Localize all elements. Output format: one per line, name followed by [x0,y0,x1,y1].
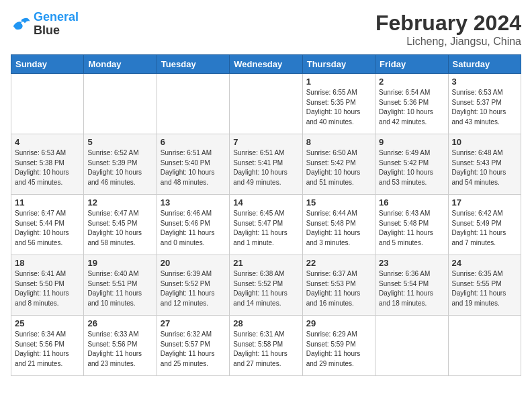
calendar-cell: 7Sunrise: 6:51 AM Sunset: 5:41 PM Daylig… [230,134,302,195]
calendar-cell [157,74,229,134]
day-info: Sunrise: 6:42 AM Sunset: 5:49 PM Dayligh… [452,209,517,248]
day-number: 26 [87,318,152,328]
day-number: 25 [15,318,80,328]
day-info: Sunrise: 6:29 AM Sunset: 5:59 PM Dayligh… [306,330,371,369]
day-info: Sunrise: 6:43 AM Sunset: 5:48 PM Dayligh… [379,209,444,248]
logo: GeneralBlue [11,11,79,38]
calendar-cell: 29Sunrise: 6:29 AM Sunset: 5:59 PM Dayli… [302,316,375,376]
calendar-cell: 24Sunrise: 6:35 AM Sunset: 5:55 PM Dayli… [448,255,521,316]
calendar-week-row: 18Sunrise: 6:41 AM Sunset: 5:50 PM Dayli… [11,255,521,316]
weekday-header-monday: Monday [84,55,157,74]
day-number: 12 [87,197,152,208]
day-number: 17 [452,197,517,208]
calendar-cell: 18Sunrise: 6:41 AM Sunset: 5:50 PM Dayli… [11,255,84,316]
day-number: 22 [306,258,371,268]
calendar-cell: 21Sunrise: 6:38 AM Sunset: 5:52 PM Dayli… [230,255,302,316]
day-info: Sunrise: 6:36 AM Sunset: 5:54 PM Dayligh… [379,269,444,308]
logo-text: GeneralBlue [34,11,79,38]
day-number: 3 [452,77,517,87]
day-info: Sunrise: 6:54 AM Sunset: 5:36 PM Dayligh… [379,88,444,127]
calendar-cell: 8Sunrise: 6:50 AM Sunset: 5:42 PM Daylig… [302,134,375,195]
day-info: Sunrise: 6:50 AM Sunset: 5:42 PM Dayligh… [306,148,371,187]
day-info: Sunrise: 6:51 AM Sunset: 5:41 PM Dayligh… [233,148,298,187]
calendar-cell: 15Sunrise: 6:44 AM Sunset: 5:48 PM Dayli… [302,195,375,255]
location-title: Licheng, Jiangsu, China [375,36,521,48]
month-title: February 2024 [375,11,521,36]
day-number: 1 [306,77,371,87]
day-info: Sunrise: 6:45 AM Sunset: 5:47 PM Dayligh… [233,209,298,248]
calendar-week-row: 1Sunrise: 6:55 AM Sunset: 5:35 PM Daylig… [11,74,521,134]
calendar-cell: 16Sunrise: 6:43 AM Sunset: 5:48 PM Dayli… [375,195,448,255]
weekday-header-sunday: Sunday [11,55,84,74]
calendar-cell: 25Sunrise: 6:34 AM Sunset: 5:56 PM Dayli… [11,316,84,376]
day-number: 4 [15,137,80,147]
day-number: 19 [87,258,152,268]
weekday-header-tuesday: Tuesday [157,55,229,74]
day-info: Sunrise: 6:49 AM Sunset: 5:42 PM Dayligh… [379,148,444,187]
calendar-cell: 14Sunrise: 6:45 AM Sunset: 5:47 PM Dayli… [230,195,302,255]
calendar-cell [84,74,157,134]
calendar-cell: 11Sunrise: 6:47 AM Sunset: 5:44 PM Dayli… [11,195,84,255]
calendar-cell [448,316,521,376]
calendar-cell: 12Sunrise: 6:47 AM Sunset: 5:45 PM Dayli… [84,195,157,255]
day-info: Sunrise: 6:55 AM Sunset: 5:35 PM Dayligh… [306,88,371,127]
day-info: Sunrise: 6:53 AM Sunset: 5:38 PM Dayligh… [15,148,80,187]
day-number: 6 [161,137,226,147]
calendar-cell: 20Sunrise: 6:39 AM Sunset: 5:52 PM Dayli… [157,255,229,316]
calendar-cell: 3Sunrise: 6:53 AM Sunset: 5:37 PM Daylig… [448,74,521,134]
day-info: Sunrise: 6:46 AM Sunset: 5:46 PM Dayligh… [161,209,226,248]
day-number: 9 [379,137,444,147]
day-number: 20 [161,258,226,268]
day-info: Sunrise: 6:47 AM Sunset: 5:45 PM Dayligh… [87,209,152,248]
day-number: 14 [233,197,298,208]
day-info: Sunrise: 6:41 AM Sunset: 5:50 PM Dayligh… [15,269,80,308]
page-header: GeneralBlue February 2024 Licheng, Jiang… [11,11,521,48]
weekday-header-thursday: Thursday [302,55,375,74]
day-number: 28 [233,318,298,328]
logo-bird-icon [11,16,31,32]
day-number: 10 [452,137,517,147]
calendar-cell: 26Sunrise: 6:33 AM Sunset: 5:56 PM Dayli… [84,316,157,376]
calendar-cell: 22Sunrise: 6:37 AM Sunset: 5:53 PM Dayli… [302,255,375,316]
day-number: 24 [452,258,517,268]
day-info: Sunrise: 6:47 AM Sunset: 5:44 PM Dayligh… [15,209,80,248]
day-info: Sunrise: 6:51 AM Sunset: 5:40 PM Dayligh… [161,148,226,187]
calendar-cell: 2Sunrise: 6:54 AM Sunset: 5:36 PM Daylig… [375,74,448,134]
calendar-week-row: 4Sunrise: 6:53 AM Sunset: 5:38 PM Daylig… [11,134,521,195]
day-info: Sunrise: 6:33 AM Sunset: 5:56 PM Dayligh… [87,330,152,369]
calendar-header-row: SundayMondayTuesdayWednesdayThursdayFrid… [11,55,521,74]
calendar-cell: 13Sunrise: 6:46 AM Sunset: 5:46 PM Dayli… [157,195,229,255]
day-info: Sunrise: 6:32 AM Sunset: 5:57 PM Dayligh… [161,330,226,369]
calendar-cell: 27Sunrise: 6:32 AM Sunset: 5:57 PM Dayli… [157,316,229,376]
calendar-week-row: 25Sunrise: 6:34 AM Sunset: 5:56 PM Dayli… [11,316,521,376]
day-info: Sunrise: 6:39 AM Sunset: 5:52 PM Dayligh… [161,269,226,308]
day-number: 13 [161,197,226,208]
calendar-cell: 19Sunrise: 6:40 AM Sunset: 5:51 PM Dayli… [84,255,157,316]
calendar-cell: 28Sunrise: 6:31 AM Sunset: 5:58 PM Dayli… [230,316,302,376]
calendar-cell: 4Sunrise: 6:53 AM Sunset: 5:38 PM Daylig… [11,134,84,195]
day-number: 2 [379,77,444,87]
day-number: 15 [306,197,371,208]
day-info: Sunrise: 6:48 AM Sunset: 5:43 PM Dayligh… [452,148,517,187]
calendar-cell: 1Sunrise: 6:55 AM Sunset: 5:35 PM Daylig… [302,74,375,134]
weekday-header-friday: Friday [375,55,448,74]
day-info: Sunrise: 6:31 AM Sunset: 5:58 PM Dayligh… [233,330,298,369]
day-info: Sunrise: 6:52 AM Sunset: 5:39 PM Dayligh… [87,148,152,187]
calendar-cell: 10Sunrise: 6:48 AM Sunset: 5:43 PM Dayli… [448,134,521,195]
calendar-week-row: 11Sunrise: 6:47 AM Sunset: 5:44 PM Dayli… [11,195,521,255]
day-info: Sunrise: 6:34 AM Sunset: 5:56 PM Dayligh… [15,330,80,369]
calendar-cell [230,74,302,134]
calendar-table: SundayMondayTuesdayWednesdayThursdayFrid… [11,54,521,376]
calendar-cell [11,74,84,134]
calendar-cell: 23Sunrise: 6:36 AM Sunset: 5:54 PM Dayli… [375,255,448,316]
day-info: Sunrise: 6:37 AM Sunset: 5:53 PM Dayligh… [306,269,371,308]
calendar-cell: 9Sunrise: 6:49 AM Sunset: 5:42 PM Daylig… [375,134,448,195]
day-info: Sunrise: 6:38 AM Sunset: 5:52 PM Dayligh… [233,269,298,308]
day-number: 23 [379,258,444,268]
calendar-cell: 17Sunrise: 6:42 AM Sunset: 5:49 PM Dayli… [448,195,521,255]
day-number: 11 [15,197,80,208]
weekday-header-saturday: Saturday [448,55,521,74]
calendar-cell: 5Sunrise: 6:52 AM Sunset: 5:39 PM Daylig… [84,134,157,195]
weekday-header-wednesday: Wednesday [230,55,302,74]
day-number: 16 [379,197,444,208]
